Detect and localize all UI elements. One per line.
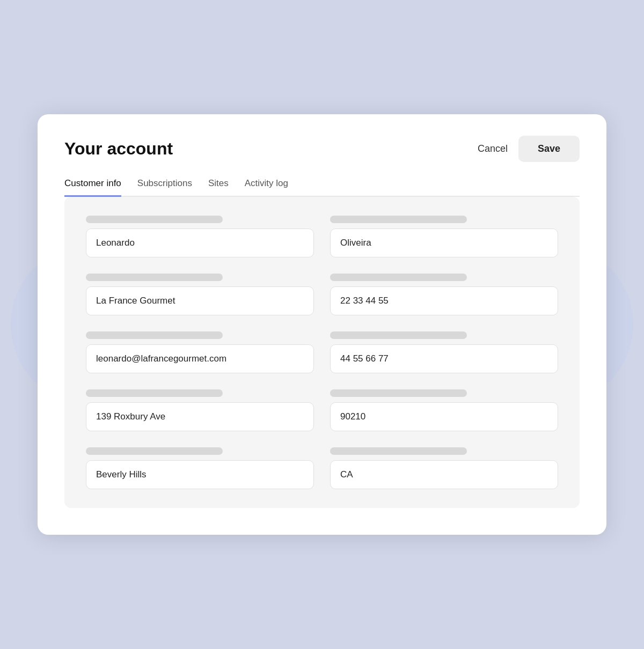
label-first-name-skeleton: [86, 216, 223, 223]
tabs-container: Customer info Subscriptions Sites Activi…: [64, 178, 580, 197]
label-phone1-skeleton: [330, 274, 467, 281]
field-email: [86, 331, 314, 373]
input-company[interactable]: [86, 286, 314, 315]
header-actions: Cancel Save: [478, 136, 580, 162]
input-email[interactable]: [86, 344, 314, 373]
label-state-skeleton: [330, 447, 467, 455]
modal-header: Your account Cancel Save: [64, 136, 580, 162]
input-phone2[interactable]: [330, 344, 558, 373]
save-button[interactable]: Save: [518, 136, 580, 162]
form-row-4: [86, 389, 558, 431]
page-wrapper: Your account Cancel Save Customer info S…: [0, 0, 644, 649]
field-first-name: [86, 216, 314, 257]
field-last-name: [330, 216, 558, 257]
field-state: [330, 447, 558, 489]
field-address: [86, 389, 314, 431]
label-company-skeleton: [86, 274, 223, 281]
page-title: Your account: [64, 139, 173, 159]
input-zip[interactable]: [330, 402, 558, 431]
input-state[interactable]: [330, 460, 558, 489]
label-zip-skeleton: [330, 389, 467, 397]
form-row-1: [86, 216, 558, 257]
field-city: [86, 447, 314, 489]
label-address-skeleton: [86, 389, 223, 397]
label-phone2-skeleton: [330, 331, 467, 339]
tab-subscriptions[interactable]: Subscriptions: [137, 178, 192, 197]
form-row-2: [86, 274, 558, 315]
input-address[interactable]: [86, 402, 314, 431]
field-company: [86, 274, 314, 315]
field-phone2: [330, 331, 558, 373]
label-last-name-skeleton: [330, 216, 467, 223]
label-email-skeleton: [86, 331, 223, 339]
input-first-name[interactable]: [86, 228, 314, 257]
form-row-3: [86, 331, 558, 373]
content-area: [64, 197, 580, 508]
tab-sites[interactable]: Sites: [208, 178, 229, 197]
modal: Your account Cancel Save Customer info S…: [38, 114, 606, 535]
input-last-name[interactable]: [330, 228, 558, 257]
input-city[interactable]: [86, 460, 314, 489]
tab-customer-info[interactable]: Customer info: [64, 178, 121, 197]
tab-activity-log[interactable]: Activity log: [245, 178, 288, 197]
field-phone1: [330, 274, 558, 315]
input-phone1[interactable]: [330, 286, 558, 315]
form-row-5: [86, 447, 558, 489]
label-city-skeleton: [86, 447, 223, 455]
field-zip: [330, 389, 558, 431]
cancel-button[interactable]: Cancel: [478, 143, 508, 154]
